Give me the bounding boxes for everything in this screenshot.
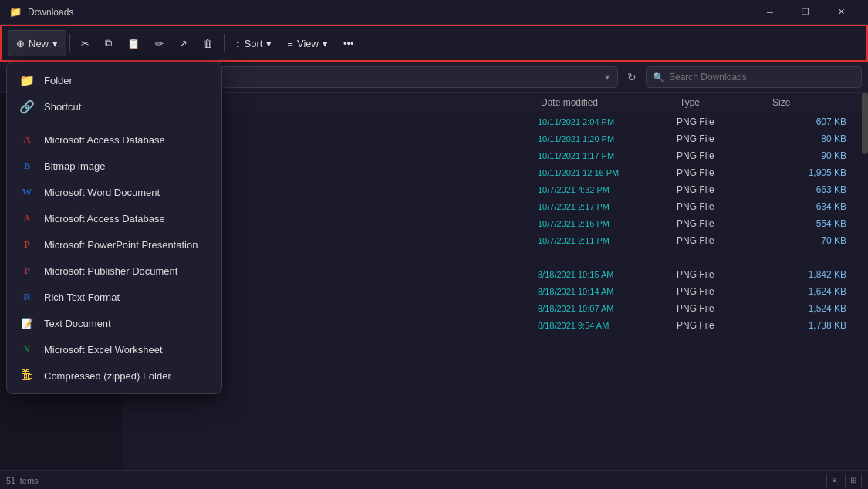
rename-button[interactable]: ✏ xyxy=(147,30,171,56)
powerpoint-icon: P xyxy=(19,237,35,252)
table-row[interactable]: 🖼 10/11/2021 2:04 PM PNG File 607 KB xyxy=(123,113,868,130)
menu-item-powerpoint[interactable]: P Microsoft PowerPoint Presentation xyxy=(7,231,221,258)
menu-item-access-db-2-label: Microsoft Access Database xyxy=(44,213,165,224)
menu-item-word-label: Microsoft Word Document xyxy=(44,187,160,198)
table-row[interactable]: 🖼u 10/7/2021 2:17 PM PNG File 634 KB xyxy=(123,198,868,215)
col-extra xyxy=(846,96,862,110)
access-icon-2: A xyxy=(19,211,35,226)
group-header-earlier[interactable]: ▾ Earlier this year (43) xyxy=(123,249,868,266)
new-arrow-icon: ▾ xyxy=(52,38,58,49)
table-row[interactable]: 🖼outs 10/11/2021 12:16 PM PNG File 1,905… xyxy=(123,164,868,181)
breadcrumb-dropdown-icon: ▾ xyxy=(605,72,610,83)
view-label: View xyxy=(297,38,319,49)
title-bar: 📁 Downloads ─ ❐ ✕ xyxy=(0,0,868,25)
scrollbar-thumb[interactable] xyxy=(862,93,868,154)
col-date: Date modified xyxy=(538,96,677,110)
sort-icon: ↕ xyxy=(235,38,241,49)
table-row[interactable]: 🖼move widgets 8/18/2021 10:07 AM PNG Fil… xyxy=(123,300,868,317)
menu-item-powerpoint-label: Microsoft PowerPoint Presentation xyxy=(44,239,198,251)
menu-item-text-label: Text Document xyxy=(44,318,111,329)
search-bar[interactable]: 🔍 Search Downloads xyxy=(646,66,862,88)
menu-item-access-db-2[interactable]: A Microsoft Access Database xyxy=(7,205,221,231)
close-button[interactable]: ✕ xyxy=(823,0,859,25)
menu-item-access-db-1-label: Microsoft Access Database xyxy=(44,134,165,146)
menu-item-zip-label: Compressed (zipped) Folder xyxy=(44,370,171,382)
new-dropdown-menu: 📁 Folder 🔗 Shortcut A Microsoft Access D… xyxy=(6,62,222,394)
toolbar-separator-2 xyxy=(224,34,225,52)
shortcut-icon: 🔗 xyxy=(19,99,35,114)
table-row[interactable]: 🖼open widgets 8/18/2021 10:15 AM PNG Fil… xyxy=(123,266,868,283)
sort-arrow-icon: ▾ xyxy=(266,38,272,49)
view-button[interactable]: ≡ View ▾ xyxy=(279,30,336,56)
menu-item-folder-label: Folder xyxy=(44,75,73,86)
menu-item-folder[interactable]: 📁 Folder xyxy=(7,67,221,93)
access-icon-1: A xyxy=(19,132,35,147)
menu-item-excel[interactable]: X Microsoft Excel Worksheet xyxy=(7,336,221,363)
zip-icon: 🗜 xyxy=(19,368,35,383)
toolbar-separator-1 xyxy=(69,34,70,52)
menu-item-access-db-1[interactable]: A Microsoft Access Database xyxy=(7,126,221,153)
file-rows: 🖼 10/11/2021 2:04 PM PNG File 607 KB 🖼 1… xyxy=(123,113,868,470)
status-view-controls: ≡ ⊞ xyxy=(826,474,862,487)
menu-item-shortcut[interactable]: 🔗 Shortcut xyxy=(7,93,221,120)
word-icon: W xyxy=(19,184,35,200)
menu-item-rtf-label: Rich Text Format xyxy=(44,292,120,303)
rtf-icon: R xyxy=(19,289,35,305)
view-arrow-icon: ▾ xyxy=(323,38,328,49)
table-row[interactable]: 🖼 10/11/2021 1:17 PM PNG File 90 KB xyxy=(123,147,868,164)
menu-item-zip[interactable]: 🗜 Compressed (zipped) Folder xyxy=(7,363,221,389)
col-size: Size xyxy=(769,96,846,110)
menu-item-bitmap-label: Bitmap image xyxy=(44,160,105,172)
search-placeholder: Search Downloads xyxy=(669,72,747,83)
menu-item-publisher[interactable]: P Microsoft Publisher Document xyxy=(7,258,221,284)
view-lines-icon: ≡ xyxy=(287,38,293,49)
sort-label: Sort xyxy=(245,38,263,49)
list-view-button[interactable]: ≡ xyxy=(826,474,843,487)
restore-button[interactable]: ❐ xyxy=(788,0,823,25)
publisher-icon: P xyxy=(19,263,35,278)
grid-view-button[interactable]: ⊞ xyxy=(845,474,862,487)
table-row[interactable]: 🖼 10/7/2021 2:16 PM PNG File 554 KB xyxy=(123,215,868,232)
col-type: Type xyxy=(677,96,769,110)
file-area: Name Date modified Type Size 🖼 10/11/202… xyxy=(123,93,868,470)
table-row[interactable]: 🖼 10/11/2021 1:20 PM PNG File 80 KB xyxy=(123,130,868,147)
cut-button[interactable]: ✂ xyxy=(73,30,97,56)
table-row[interactable]: 🖼widget data 8/18/2021 9:54 AM PNG File … xyxy=(123,317,868,334)
scrollbar-track[interactable] xyxy=(862,93,868,470)
menu-item-text[interactable]: 📝 Text Document xyxy=(7,310,221,336)
folder-icon: 📁 xyxy=(19,73,35,88)
text-icon: 📝 xyxy=(19,315,35,331)
copy-button[interactable]: ⧉ xyxy=(97,30,120,56)
minimize-button[interactable]: ─ xyxy=(752,0,788,25)
more-button[interactable]: ••• xyxy=(336,30,362,56)
app-icon: 📁 xyxy=(9,6,22,19)
menu-item-word[interactable]: W Microsoft Word Document xyxy=(7,179,221,205)
menu-item-publisher-label: Microsoft Publisher Document xyxy=(44,265,177,277)
delete-button[interactable]: 🗑 xyxy=(195,30,221,56)
sort-button[interactable]: ↕ Sort ▾ xyxy=(228,30,279,56)
toolbar: ⊕ New ▾ ✂ ⧉ 📋 ✏ ↗ 🗑 ↕ Sort ▾ ≡ View ▾ ••… xyxy=(0,25,868,62)
menu-item-excel-label: Microsoft Excel Worksheet xyxy=(44,344,163,356)
bitmap-icon: B xyxy=(19,158,35,174)
window-controls: ─ ❐ ✕ xyxy=(752,0,859,25)
status-bar: 51 items ≡ ⊞ xyxy=(0,470,868,489)
search-icon: 🔍 xyxy=(653,72,664,83)
menu-item-rtf[interactable]: R Rich Text Format xyxy=(7,284,221,310)
item-count: 51 items xyxy=(6,476,39,485)
table-row[interactable]: 🖼-10-07 141135 10/7/2021 2:11 PM PNG Fil… xyxy=(123,232,868,249)
paste-button[interactable]: 📋 xyxy=(120,30,147,56)
new-button[interactable]: ⊕ New ▾ xyxy=(8,30,66,56)
menu-item-bitmap[interactable]: B Bitmap image xyxy=(7,153,221,179)
window-title: Downloads xyxy=(28,7,752,18)
new-label: New xyxy=(29,38,49,49)
table-row[interactable]: 🖼news feed 8/18/2021 10:14 AM PNG File 1… xyxy=(123,283,868,300)
menu-item-shortcut-label: Shortcut xyxy=(44,101,81,113)
refresh-button[interactable]: ↻ xyxy=(623,68,641,86)
table-row[interactable]: 🖼 10/7/2021 4:32 PM PNG File 663 KB xyxy=(123,181,868,198)
new-icon: ⊕ xyxy=(16,38,25,49)
excel-icon: X xyxy=(19,342,35,357)
share-button[interactable]: ↗ xyxy=(171,30,195,56)
file-list-header: Name Date modified Type Size xyxy=(123,93,868,113)
menu-divider-1 xyxy=(13,123,215,123)
